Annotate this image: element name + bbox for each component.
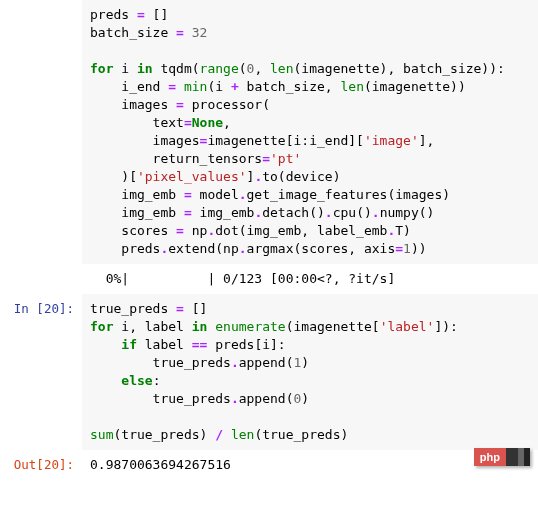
code-block: preds = [] batch_size = 32 for i in tqdm… [90, 6, 530, 258]
prompt-out-20: Out[20]: [0, 450, 82, 480]
code-input-2[interactable]: true_preds = [] for i, label in enumerat… [82, 294, 538, 450]
prompt-in-20: In [20]: [0, 294, 82, 450]
output-cell-2: Out[20]: 0.9870063694267516 [0, 450, 538, 480]
tqdm-progress: 0%| | 0/123 [00:00<?, ?it/s] [90, 270, 530, 288]
code-cell-1: preds = [] batch_size = 32 for i in tqdm… [0, 0, 538, 264]
result-value: 0.9870063694267516 [90, 456, 530, 474]
prompt-in-empty [0, 0, 82, 264]
code-block: true_preds = [] for i, label in enumerat… [90, 300, 530, 444]
output-cell-1: 0%| | 0/123 [00:00<?, ?it/s] [0, 264, 538, 294]
stdout-1: 0%| | 0/123 [00:00<?, ?it/s] [82, 264, 538, 294]
logo-stripe-icon [524, 448, 530, 466]
prompt-empty [0, 264, 82, 294]
code-cell-2: In [20]: true_preds = [] for i, label in… [0, 294, 538, 450]
result-20: 0.9870063694267516 [82, 450, 538, 480]
logo-text: php [474, 448, 506, 466]
logo-stripe-icon [506, 448, 518, 466]
code-input-1[interactable]: preds = [] batch_size = 32 for i in tqdm… [82, 0, 538, 264]
watermark-logo: php [474, 448, 530, 466]
